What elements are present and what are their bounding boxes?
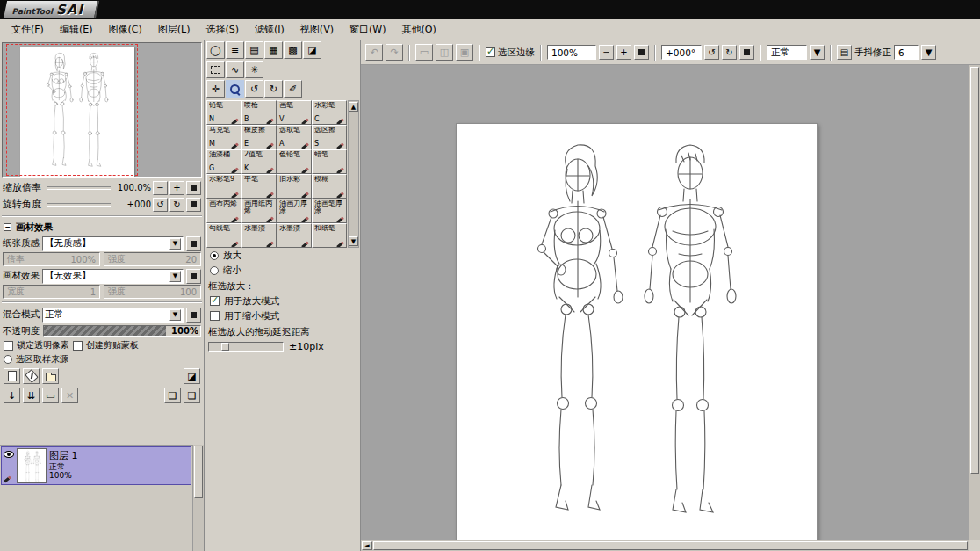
canvas-zoom-out-button[interactable]: −	[599, 45, 614, 60]
brush-item[interactable]: 模糊	[312, 174, 347, 199]
paper-texture-select[interactable]: 【无质感】 ▼	[42, 236, 184, 251]
stabilizer-icon-button[interactable]: ▤	[837, 45, 852, 60]
menu-item-view[interactable]: 视图(V)	[292, 19, 342, 40]
scroll-left-icon[interactable]: ◄	[362, 541, 372, 550]
scroll-down-icon[interactable]: ▼	[349, 236, 358, 246]
canvas-angle-value[interactable]: +000°	[661, 45, 702, 60]
mask-button-1[interactable]: ❏	[164, 388, 181, 403]
lock-alpha-checkbox[interactable]	[4, 341, 13, 351]
brush-item[interactable]: 画布丙烯	[206, 199, 241, 223]
selection-edge-checkbox[interactable]	[486, 47, 495, 57]
brush-item[interactable]: 水彩笔9	[206, 174, 241, 199]
canvas-vertical-scrollbar[interactable]	[969, 65, 980, 540]
blend-mode-options-button[interactable]	[186, 308, 201, 323]
slider-thumb[interactable]	[221, 343, 229, 351]
brush-item[interactable]: 油漆桶G	[206, 149, 241, 174]
magic-wand-tool[interactable]: ✳	[245, 61, 263, 78]
invert-selection-button[interactable]: ◫	[436, 44, 453, 61]
other-panel-icon[interactable]: ◪	[303, 41, 321, 59]
navigator-preview[interactable]	[2, 42, 202, 178]
menu-item-image[interactable]: 图像(C)	[100, 19, 149, 40]
lasso-tool[interactable]: ∿	[226, 61, 244, 78]
scrollbar-thumb[interactable]	[373, 541, 968, 550]
paper-texture-options-button[interactable]	[186, 236, 201, 251]
canvas-zoom-in-button[interactable]: +	[616, 45, 631, 60]
rotate-ccw-button[interactable]: ↺	[153, 198, 168, 212]
scrollbar-thumb[interactable]	[194, 446, 203, 498]
zoom-out-button[interactable]: −	[153, 181, 168, 195]
brush-item[interactable]: 旧水彩	[277, 174, 312, 199]
canvas-zoom-reset-button[interactable]	[634, 45, 649, 60]
hsv-sliders-icon[interactable]: ▤	[245, 41, 263, 59]
new-folder-button[interactable]	[42, 368, 59, 384]
rect-select-tool[interactable]	[206, 61, 225, 78]
canvas-viewport[interactable]	[361, 65, 969, 540]
color-swatches-icon[interactable]: ▦	[264, 41, 283, 59]
canvas-zoom-value[interactable]: 100%	[547, 45, 596, 60]
toolbar-blend-dropdown-button[interactable]: ▼	[810, 45, 825, 60]
brush-tray-scrollbar[interactable]: ▲ ▼	[348, 100, 359, 248]
brush-item[interactable]: 2值笔K	[241, 149, 277, 174]
canvas-horizontal-scrollbar[interactable]: ◄	[361, 540, 969, 551]
transfer-down-button[interactable]: ↓	[4, 388, 20, 403]
stabilizer-value[interactable]: 6	[894, 45, 919, 60]
brush-item[interactable]: 橡皮擦E	[241, 125, 277, 149]
delete-layer-button[interactable]: ✕	[61, 388, 78, 403]
use-zoom-in-checkbox[interactable]	[210, 296, 220, 306]
toolbar-blend-mode-value[interactable]: 正常	[767, 45, 807, 60]
layer-visibility-eye-icon[interactable]	[4, 451, 14, 458]
paper-scale-slider[interactable]: 倍率 100%	[3, 252, 100, 266]
brush-item[interactable]: 色铅笔	[277, 149, 312, 174]
rotate-cw-button[interactable]: ↻	[169, 198, 184, 212]
scroll-up-icon[interactable]: ▲	[349, 102, 358, 112]
brush-item[interactable]: 油画笔厚涂	[312, 199, 347, 223]
brush-item[interactable]: 勾线笔	[206, 223, 241, 248]
canvas-page[interactable]	[456, 123, 818, 540]
brush-item[interactable]: 水墨渍	[241, 223, 277, 248]
merge-down-button[interactable]: ⇊	[23, 388, 40, 403]
menu-item-window[interactable]: 窗口(W)	[342, 19, 393, 40]
mask-button-2[interactable]: ❏	[184, 388, 200, 403]
zoom-reset-button[interactable]	[186, 181, 201, 195]
menu-item-select[interactable]: 选择(S)	[198, 19, 247, 40]
menu-item-edit[interactable]: 编辑(E)	[52, 19, 101, 40]
rotate-view-ccw-tool[interactable]: ↺	[245, 80, 263, 98]
color-wheel-icon[interactable]: ◯	[206, 41, 225, 59]
effect-width-slider[interactable]: 宽度 1	[3, 285, 100, 299]
brush-item[interactable]: 画用纸丙烯	[241, 199, 277, 223]
material-effect-select[interactable]: 【无效果】 ▼	[42, 269, 184, 284]
brush-item[interactable]: 画笔V	[277, 100, 312, 125]
brush-item[interactable]: 油画刀厚涂	[277, 199, 312, 223]
redo-button[interactable]: ↷	[386, 44, 403, 61]
rgb-sliders-icon[interactable]: ≡	[226, 41, 244, 59]
canvas-rotation-reset-button[interactable]	[739, 45, 754, 60]
deselect-button[interactable]: ▭	[415, 44, 433, 61]
brush-item[interactable]: 选取笔A	[277, 125, 312, 149]
zoom-in-radio[interactable]	[210, 251, 219, 260]
zoom-in-button[interactable]: +	[169, 181, 184, 195]
layer-list-scrollbar[interactable]	[192, 445, 204, 551]
canvas-rotate-cw-button[interactable]: ↻	[722, 45, 737, 60]
brush-item[interactable]: 水彩笔C	[312, 100, 347, 125]
navigator-zoom-slider[interactable]	[47, 186, 111, 190]
menu-item-file[interactable]: 文件(F)	[4, 19, 52, 40]
new-linework-layer-button[interactable]	[23, 368, 40, 384]
opacity-slider[interactable]: 100%	[43, 325, 201, 337]
material-effect-options-button[interactable]	[186, 269, 201, 284]
brush-item[interactable]: 平笔	[241, 174, 277, 199]
paper-strength-slider[interactable]: 强度 20	[104, 252, 201, 266]
scratchpad-icon[interactable]: ▩	[284, 41, 302, 59]
navigator-rotation-slider[interactable]	[47, 203, 111, 207]
selection-source-radio[interactable]	[4, 355, 12, 364]
brush-item[interactable]: 马克笔M	[206, 125, 241, 149]
brush-item[interactable]: 选区擦S	[312, 125, 347, 149]
blend-mode-select[interactable]: 正常 ▼	[42, 308, 184, 323]
brush-item[interactable]: 水墨渍	[277, 223, 312, 248]
zoom-tool-selected[interactable]	[226, 80, 244, 98]
select-all-button[interactable]: ▣	[456, 44, 473, 61]
layer-item-selected[interactable]: 图层 1 正常 100%	[1, 446, 191, 485]
scrollbar-thumb[interactable]	[970, 67, 979, 474]
brush-item[interactable]: 喷枪B	[241, 100, 277, 125]
menu-item-others[interactable]: 其他(O)	[393, 19, 443, 40]
drag-delay-slider[interactable]	[208, 342, 284, 352]
